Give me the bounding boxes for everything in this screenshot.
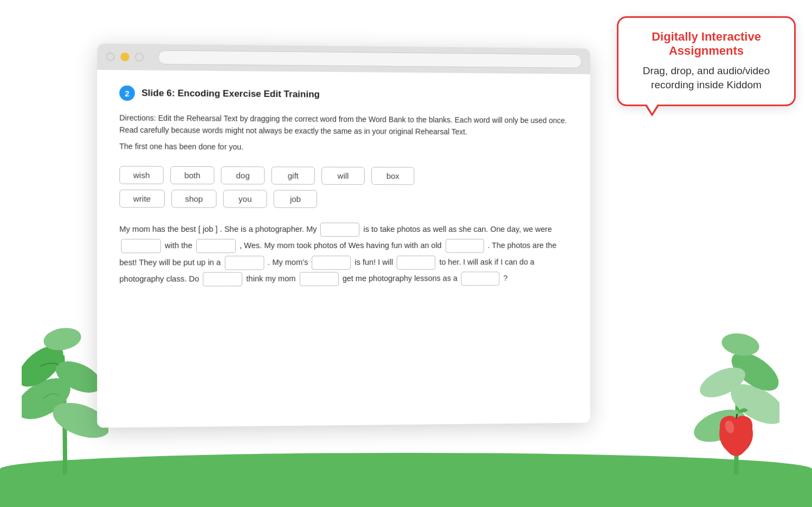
browser-address-bar[interactable] xyxy=(158,50,582,68)
exercise-text-part-11: ? xyxy=(504,274,508,282)
browser-dot-yellow[interactable] xyxy=(120,53,129,61)
ground-decoration xyxy=(0,453,812,507)
slide-number-badge: 2 xyxy=(119,86,135,101)
word-chip-wish[interactable]: wish xyxy=(119,166,164,184)
exercise-text-part-10: get me photography lessons as a xyxy=(343,274,460,283)
browser-dot-green[interactable] xyxy=(135,53,144,61)
exercise-text-part-7: is fun! I will xyxy=(355,258,395,266)
exercise-text-part-2: is to take photos as well as she can. On… xyxy=(363,225,552,233)
word-chip-job[interactable]: job xyxy=(274,190,317,207)
blank-7[interactable] xyxy=(397,256,435,270)
slide-header: 2 Slide 6: Encoding Exercise Edit Traini… xyxy=(119,86,569,104)
blank-4[interactable] xyxy=(446,239,484,253)
blank-1[interactable] xyxy=(320,223,359,237)
word-bank-row-1: wish both dog gift will box xyxy=(119,166,569,185)
word-bank-row-2: write shop you job xyxy=(119,190,569,209)
word-chip-you[interactable]: you xyxy=(223,190,267,207)
word-bank: wish both dog gift will box write shop y… xyxy=(119,166,569,208)
blank-3[interactable] xyxy=(196,239,236,253)
left-plant-decoration xyxy=(22,290,108,474)
exercise-text: My mom has the best [ job ] . She is a p… xyxy=(119,220,569,287)
blank-9[interactable] xyxy=(299,272,338,286)
word-chip-dog[interactable]: dog xyxy=(221,166,265,184)
exercise-text-part-1: My mom has the best [ job ] . She is a p… xyxy=(119,225,319,233)
callout-title: Digitally Interactive Assignments xyxy=(634,30,779,58)
word-chip-gift[interactable]: gift xyxy=(272,166,315,184)
exercise-text-part-9: think my mom xyxy=(246,274,298,283)
slide-title: Slide 6: Encoding Exercise Edit Training xyxy=(141,88,320,100)
callout-description: Drag, drop, and audio/video recording in… xyxy=(634,64,779,93)
word-chip-both[interactable]: both xyxy=(170,166,214,185)
browser-content: 2 Slide 6: Encoding Exercise Edit Traini… xyxy=(97,70,590,428)
browser-window: 2 Slide 6: Encoding Exercise Edit Traini… xyxy=(97,43,590,427)
blank-10[interactable] xyxy=(461,272,500,286)
word-chip-box[interactable]: box xyxy=(371,167,415,185)
blank-8[interactable] xyxy=(203,272,242,287)
word-chip-will[interactable]: will xyxy=(321,167,365,185)
apple-decoration xyxy=(709,404,763,464)
blank-2[interactable] xyxy=(121,239,161,253)
browser-titlebar xyxy=(97,43,590,74)
exercise-text-part-4: , Wes. My mom took photos of Wes having … xyxy=(240,241,444,250)
callout-box: Digitally Interactive Assignments Drag, … xyxy=(617,16,796,106)
blank-5[interactable] xyxy=(224,256,264,270)
blank-6[interactable] xyxy=(312,256,351,270)
svg-point-9 xyxy=(720,330,761,359)
browser-dot-red[interactable] xyxy=(106,53,115,61)
directions-text: Directions: Edit the Rehearsal Text by d… xyxy=(119,112,569,139)
word-chip-shop[interactable]: shop xyxy=(171,190,217,207)
word-chip-write[interactable]: write xyxy=(119,190,164,208)
exercise-text-part-3: with the xyxy=(165,241,195,250)
first-done-text: The first one has been done for you. xyxy=(119,142,569,153)
exercise-text-part-6: . My mom’s xyxy=(268,258,310,266)
